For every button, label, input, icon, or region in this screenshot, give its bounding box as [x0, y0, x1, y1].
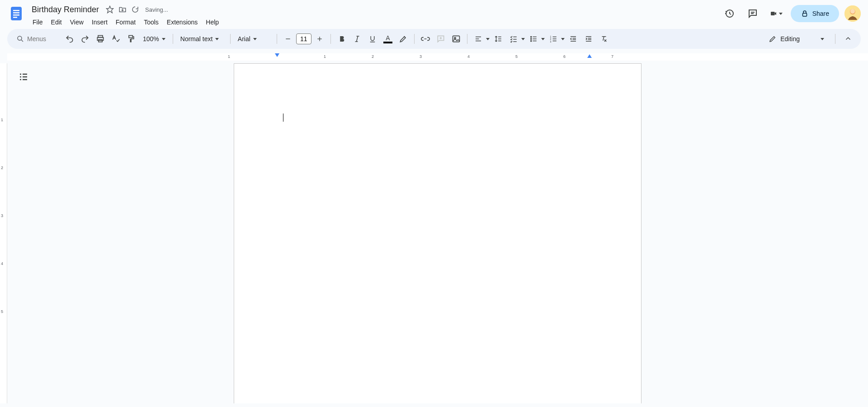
italic-button[interactable] — [350, 32, 364, 46]
numbered-list-button[interactable]: 123 — [546, 32, 561, 46]
undo-button[interactable] — [62, 32, 77, 46]
separator — [277, 34, 277, 44]
svg-point-40 — [530, 36, 531, 37]
separator — [230, 34, 231, 44]
font-select[interactable]: Arial — [234, 32, 273, 46]
text-color-button[interactable]: A — [381, 32, 395, 46]
menu-view[interactable]: View — [66, 17, 87, 28]
bold-button[interactable] — [335, 32, 349, 46]
pencil-icon — [769, 35, 777, 43]
lock-icon — [801, 9, 809, 18]
meet-button[interactable] — [767, 5, 785, 23]
share-label: Share — [812, 10, 829, 17]
ruler-tick: 1 — [324, 54, 326, 59]
font-value: Arial — [238, 35, 250, 43]
ruler-tick: 3 — [420, 54, 422, 59]
outline-toggle-button[interactable] — [15, 69, 32, 85]
ruler-tick: 2 — [372, 54, 374, 59]
zoom-value: 100% — [143, 35, 159, 43]
menu-help[interactable]: Help — [202, 17, 222, 28]
insert-image-button[interactable] — [449, 32, 463, 46]
menu-format[interactable]: Format — [112, 17, 139, 28]
chevron-down-icon[interactable] — [541, 38, 545, 40]
ruler-tick: 5 — [515, 54, 518, 59]
text-cursor — [283, 114, 283, 122]
add-comment-button[interactable] — [434, 32, 448, 46]
chevron-down-icon[interactable] — [486, 38, 490, 40]
redo-button[interactable] — [78, 32, 92, 46]
comments-icon[interactable] — [744, 5, 762, 23]
star-icon[interactable] — [105, 5, 114, 14]
increase-indent-button[interactable] — [581, 32, 596, 46]
editing-label: Editing — [780, 35, 800, 43]
menu-extensions[interactable]: Extensions — [163, 17, 201, 28]
svg-rect-10 — [802, 13, 807, 16]
paint-format-button[interactable] — [124, 32, 138, 46]
svg-line-15 — [21, 40, 23, 42]
svg-text:3: 3 — [550, 40, 551, 43]
document-page[interactable] — [234, 63, 642, 403]
toolbar: 100% Normal text Arial A 123 Editing — [7, 29, 861, 49]
print-button[interactable] — [93, 32, 108, 46]
menu-bar: File Edit View Insert Format Tools Exten… — [29, 16, 720, 28]
svg-line-25 — [356, 36, 358, 42]
clear-formatting-button[interactable] — [597, 32, 611, 46]
collapse-toolbar-button[interactable] — [841, 32, 855, 46]
history-icon[interactable] — [720, 5, 738, 23]
underline-button[interactable] — [365, 32, 380, 46]
ruler-tick: 4 — [467, 54, 470, 59]
decrease-indent-button[interactable] — [566, 32, 580, 46]
menu-search[interactable] — [13, 32, 61, 46]
svg-point-13 — [850, 9, 855, 14]
font-size-input[interactable] — [296, 33, 311, 44]
share-button[interactable]: Share — [791, 5, 839, 22]
highlight-button[interactable] — [396, 32, 410, 46]
separator — [330, 34, 331, 44]
style-select[interactable]: Normal text — [177, 32, 226, 46]
ruler-tick: 2 — [1, 166, 3, 170]
line-spacing-button[interactable] — [491, 32, 505, 46]
cloud-status-icon[interactable] — [131, 5, 140, 14]
ruler-tick: 6 — [563, 54, 566, 59]
ruler-tick: 7 — [611, 54, 613, 59]
svg-rect-4 — [13, 17, 17, 18]
menu-file[interactable]: File — [29, 17, 47, 28]
indent-marker-left[interactable] — [275, 53, 279, 57]
document-title[interactable]: Birthday Reminder — [29, 4, 102, 15]
chevron-down-icon — [162, 38, 165, 40]
zoom-select[interactable]: 100% — [139, 32, 169, 46]
ruler-tick: 5 — [1, 309, 3, 314]
editing-mode-button[interactable]: Editing — [763, 32, 830, 46]
insert-link-button[interactable] — [418, 32, 433, 46]
chevron-down-icon — [779, 13, 783, 15]
vertical-ruler[interactable]: 1 2 3 4 5 — [0, 63, 7, 403]
menu-edit[interactable]: Edit — [47, 17, 66, 28]
svg-rect-19 — [129, 36, 132, 38]
horizontal-ruler[interactable]: 1 1 2 3 4 5 6 7 — [7, 53, 868, 61]
account-avatar[interactable] — [844, 5, 861, 22]
menu-insert[interactable]: Insert — [88, 17, 111, 28]
chevron-down-icon[interactable] — [561, 38, 565, 40]
font-size-decrease[interactable] — [281, 32, 295, 46]
docs-logo[interactable] — [7, 5, 25, 23]
svg-rect-0 — [11, 7, 22, 20]
menu-tools[interactable]: Tools — [140, 17, 162, 28]
align-button[interactable] — [471, 32, 486, 46]
indent-marker-right[interactable] — [587, 54, 592, 58]
separator — [414, 34, 415, 44]
move-icon[interactable] — [118, 5, 127, 14]
font-size-increase[interactable] — [312, 32, 327, 46]
ruler-tick: 3 — [1, 213, 3, 218]
ruler-tick: 1 — [1, 118, 3, 122]
menu-search-input[interactable] — [27, 35, 54, 43]
checklist-button[interactable] — [506, 32, 521, 46]
search-icon — [16, 35, 24, 43]
bulleted-list-button[interactable] — [526, 32, 541, 46]
separator — [835, 34, 835, 44]
ruler-tick: 1 — [228, 54, 230, 59]
chevron-down-icon[interactable] — [521, 38, 525, 40]
style-value: Normal text — [180, 35, 213, 43]
chevron-down-icon — [253, 38, 257, 40]
spellcheck-button[interactable] — [108, 32, 123, 46]
svg-rect-1 — [13, 10, 19, 11]
